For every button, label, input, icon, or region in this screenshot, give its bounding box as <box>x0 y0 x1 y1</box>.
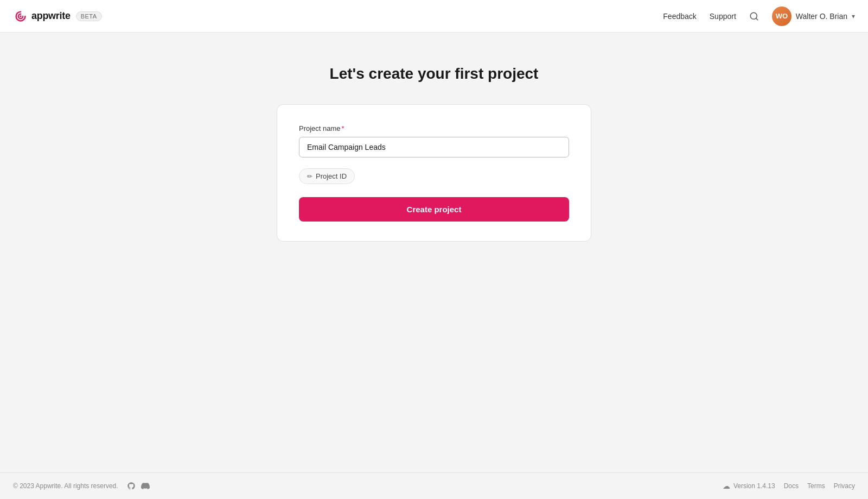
terms-link[interactable]: Terms <box>807 482 825 490</box>
beta-badge: BETA <box>76 11 102 21</box>
project-name-group: Project name* <box>299 124 569 157</box>
chevron-down-icon: ▾ <box>852 12 855 20</box>
create-project-card: Project name* ✏ Project ID Create projec… <box>277 104 591 242</box>
logo: appwrite <box>13 9 71 24</box>
footer-copyright: © 2023 Appwrite. All rights reserved. <box>13 482 118 490</box>
header-left: appwrite BETA <box>13 9 102 24</box>
project-name-input[interactable] <box>299 137 569 157</box>
footer-icons <box>127 482 150 490</box>
support-link[interactable]: Support <box>710 12 736 21</box>
main-content: Let's create your first project Project … <box>0 33 868 472</box>
appwrite-logo-icon <box>13 9 28 24</box>
svg-point-1 <box>20 15 22 17</box>
docs-link[interactable]: Docs <box>784 482 799 490</box>
svg-line-3 <box>756 18 757 20</box>
header-right: Feedback Support WO Walter O. Brian ▾ <box>663 7 855 26</box>
footer-version: ☁ Version 1.4.13 <box>723 482 775 490</box>
required-asterisk: * <box>342 124 344 132</box>
footer-right: ☁ Version 1.4.13 Docs Terms Privacy <box>723 482 855 490</box>
discord-icon[interactable] <box>141 482 150 490</box>
avatar: WO <box>772 7 792 26</box>
project-id-button[interactable]: ✏ Project ID <box>299 168 355 184</box>
pencil-icon: ✏ <box>307 173 312 180</box>
user-menu[interactable]: WO Walter O. Brian ▾ <box>772 7 855 26</box>
logo-text: appwrite <box>31 10 71 22</box>
search-icon <box>749 11 759 21</box>
header: appwrite BETA Feedback Support WO Walter… <box>0 0 868 33</box>
cloud-icon: ☁ <box>723 482 730 490</box>
footer-left: © 2023 Appwrite. All rights reserved. <box>13 482 150 490</box>
project-name-label: Project name* <box>299 124 569 132</box>
page-title: Let's create your first project <box>330 65 539 83</box>
privacy-link[interactable]: Privacy <box>834 482 855 490</box>
feedback-link[interactable]: Feedback <box>663 12 696 21</box>
version-label: Version 1.4.13 <box>733 482 775 490</box>
project-id-label: Project ID <box>316 172 347 180</box>
create-project-button[interactable]: Create project <box>299 197 569 222</box>
footer: © 2023 Appwrite. All rights reserved. ☁ … <box>0 472 868 499</box>
user-name: Walter O. Brian <box>796 12 847 21</box>
github-icon[interactable] <box>127 482 136 490</box>
search-button[interactable] <box>749 11 759 21</box>
